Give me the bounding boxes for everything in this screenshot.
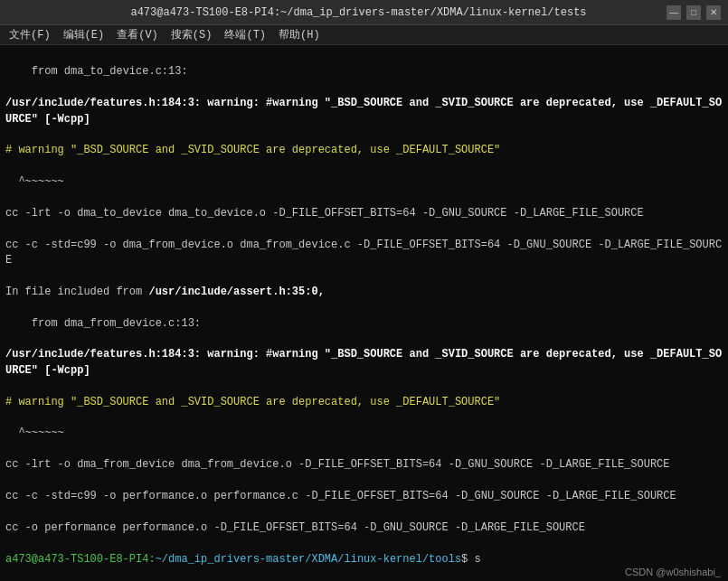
line-13: cc -c -std=c99 -o performance.o performa…: [5, 489, 723, 504]
line-9: /usr/include/features.h:184:3: warning: …: [5, 347, 723, 379]
menu-help[interactable]: 帮助(H): [273, 26, 326, 43]
menu-view[interactable]: 查看(V): [111, 26, 164, 43]
menu-terminal[interactable]: 终端(T): [219, 26, 271, 43]
line-4: ^~~~~~~: [5, 174, 723, 190]
terminal-output[interactable]: from dma_to_device.c:13: /usr/include/fe…: [0, 45, 728, 581]
menu-file[interactable]: 文件(F): [4, 26, 56, 43]
title-bar: a473@a473-TS100-E8-PI4:~/dma_ip_drivers-…: [0, 0, 728, 25]
menu-search[interactable]: 搜索(S): [165, 26, 218, 43]
window-controls[interactable]: — □ ✕: [667, 5, 721, 20]
line-5: cc -lrt -o dma_to_device dma_to_device.o…: [5, 206, 723, 221]
menu-bar: 文件(F) 编辑(E) 查看(V) 搜索(S) 终端(T) 帮助(H): [0, 25, 728, 45]
line-6: cc -c -std=c99 -o dma_from_device.o dma_…: [5, 238, 723, 269]
close-button[interactable]: ✕: [706, 5, 721, 20]
line-2: /usr/include/features.h:184:3: warning: …: [5, 96, 723, 127]
menu-edit[interactable]: 编辑(E): [58, 26, 110, 43]
maximize-button[interactable]: □: [686, 5, 701, 20]
line-11: ^~~~~~~: [5, 426, 723, 441]
line-12: cc -lrt -o dma_from_device dma_from_devi…: [5, 457, 723, 473]
line-10: # warning "_BSD_SOURCE and _SVID_SOURCE …: [5, 395, 723, 410]
line-14: cc -o performance performance.o -D_FILE_…: [5, 520, 723, 536]
window-title: a473@a473-TS100-E8-PI4:~/dma_ip_drivers-…: [51, 6, 667, 19]
line-1: from dma_to_device.c:13:: [5, 64, 723, 80]
minimize-button[interactable]: —: [667, 5, 681, 20]
watermark: CSDN @w0shishabi_: [625, 567, 721, 577]
line-15: a473@a473-TS100-E8-PI4:~/dma_ip_drivers-…: [5, 552, 723, 567]
line-7: In file included from /usr/include/asser…: [5, 285, 723, 300]
line-8: from dma_from_device.c:13:: [5, 316, 723, 332]
line-3: # warning "_BSD_SOURCE and _SVID_SOURCE …: [5, 143, 723, 158]
